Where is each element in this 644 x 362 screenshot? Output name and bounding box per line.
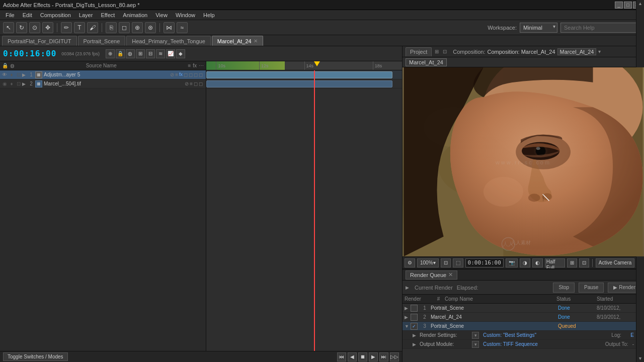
rq-item-3[interactable]: ▼ ✓ 3 Portrait_Scene Queued bbox=[403, 322, 644, 331]
flowchart-icon[interactable]: ⊞ bbox=[435, 49, 439, 54]
collapse-btn[interactable]: ⊞ bbox=[136, 49, 145, 58]
output-to-value[interactable]: - bbox=[632, 341, 634, 347]
stop-btn[interactable]: Stop bbox=[553, 283, 575, 293]
rq-log-value[interactable]: E bbox=[630, 332, 634, 338]
layer-switches-icon[interactable]: ≡ bbox=[188, 63, 191, 68]
layer-fx-icon[interactable]: fx bbox=[193, 63, 197, 68]
show-channel-btn[interactable]: ◑ bbox=[520, 258, 530, 267]
add-marker-btn[interactable]: ◆ bbox=[176, 49, 185, 58]
pause-btn[interactable]: Pause bbox=[579, 283, 604, 293]
layer-2-eye[interactable]: ◉ bbox=[1, 80, 8, 87]
rq-item-3-expand[interactable]: ▼ bbox=[405, 324, 410, 329]
motion-tool[interactable]: ≈ bbox=[177, 22, 188, 33]
rs-select-icon[interactable]: ▾ bbox=[472, 332, 479, 339]
motion-blur-btn[interactable]: ≋ bbox=[156, 49, 165, 58]
exposure-btn[interactable]: ◐ bbox=[532, 258, 543, 267]
stop-btn[interactable]: ⏹ bbox=[358, 352, 367, 361]
maximize-btn[interactable]: □ bbox=[624, 2, 632, 9]
layer-1-switch[interactable]: ⊘ bbox=[170, 72, 174, 77]
layer-2-more[interactable]: ◻ bbox=[194, 81, 198, 86]
minimize-btn[interactable]: _ bbox=[615, 2, 623, 9]
solo-btn[interactable]: ⊕ bbox=[106, 49, 115, 58]
view-mode-btn[interactable]: Active Camera bbox=[596, 258, 635, 267]
comp-settings-icon[interactable]: ▾ bbox=[598, 49, 601, 54]
render-queue-icon[interactable]: ⊡ bbox=[443, 49, 447, 54]
comp-viewer[interactable]: www.rr-sc.com 人人 人人素材 bbox=[403, 67, 644, 256]
layer-1-3d[interactable]: ◻ bbox=[189, 72, 193, 77]
tab-close-icon[interactable]: ✕ bbox=[254, 38, 258, 44]
puppet-tool[interactable]: ⊛ bbox=[145, 22, 156, 33]
selection-tool[interactable]: ↖ bbox=[3, 22, 14, 33]
rq-item-1-expand[interactable]: ▶ bbox=[405, 306, 410, 311]
rq-item-1[interactable]: ▶ 1 Portrait_Scene Done 8/10/2012, bbox=[403, 304, 644, 313]
quality-select[interactable]: Half Full Quarter bbox=[545, 258, 565, 267]
layer-1-more2[interactable]: ◻ bbox=[194, 72, 198, 77]
rotation-tool[interactable]: ↻ bbox=[16, 22, 27, 33]
lock-btn[interactable]: 🔒 bbox=[116, 49, 125, 58]
layer-1-fx[interactable]: fx bbox=[179, 72, 183, 77]
layer-1-lock[interactable]: ⊡ bbox=[15, 71, 22, 78]
layer-2-more2[interactable]: ◻ bbox=[199, 81, 203, 86]
menu-edit[interactable]: Edit bbox=[19, 11, 36, 19]
menu-animation[interactable]: Animation bbox=[119, 11, 151, 19]
menu-file[interactable]: File bbox=[2, 11, 18, 19]
layer-1-parent[interactable]: ≡ bbox=[175, 72, 178, 77]
snapshot-btn[interactable]: 📷 bbox=[506, 258, 518, 267]
layer-1-blend[interactable]: ◻ bbox=[184, 72, 188, 77]
skip-start-btn[interactable]: ⏮ bbox=[337, 352, 346, 361]
rq-settings-expand[interactable]: ▶ bbox=[413, 333, 418, 338]
pan-tool[interactable]: ✥ bbox=[42, 22, 53, 33]
rq-item-3-check[interactable]: ✓ bbox=[411, 323, 418, 330]
viewer-settings-btn[interactable]: ⚙ bbox=[405, 258, 415, 267]
resolution-btn[interactable]: ⊞ bbox=[567, 258, 577, 267]
output-module-value[interactable]: Custom: TIFF Sequence bbox=[483, 341, 538, 347]
workspace-dropdown-wrap[interactable]: Minimal Standard All Panels bbox=[520, 23, 557, 33]
menu-effect[interactable]: Effect bbox=[97, 11, 118, 19]
viewer-time[interactable]: 0:00:16:00 bbox=[465, 258, 504, 267]
layer-solo-icon[interactable]: ◍ bbox=[10, 63, 15, 68]
fast-preview-btn[interactable]: ⬚ bbox=[453, 258, 463, 267]
camera-tool[interactable]: ⊙ bbox=[29, 22, 40, 33]
shy-btn[interactable]: ◍ bbox=[126, 49, 135, 58]
tab-portrait-scene[interactable]: Portrait_Scene bbox=[78, 36, 126, 46]
layer-lock-icon[interactable]: 🔒 bbox=[2, 63, 8, 68]
play-back-btn[interactable]: ◀ bbox=[348, 352, 357, 361]
pixel-aspect-btn[interactable]: ⊡ bbox=[441, 258, 451, 267]
grid-btn[interactable]: ⊡ bbox=[579, 258, 589, 267]
skip-end-btn[interactable]: ⏭ bbox=[379, 352, 388, 361]
comp-name-tag[interactable]: Marcel_At_24 bbox=[406, 58, 447, 66]
layer-2-parent[interactable]: ≡ bbox=[190, 81, 193, 86]
graph-editor-btn[interactable]: 📈 bbox=[166, 49, 175, 58]
search-help-input[interactable] bbox=[560, 23, 641, 33]
time-display[interactable]: 0:00:16:00 bbox=[3, 49, 56, 58]
layer-2-audio[interactable]: ♦ bbox=[8, 80, 15, 87]
menu-help[interactable]: Help bbox=[200, 11, 218, 19]
layer-row-1[interactable]: 👁 ♦ ⊡ ▶ 1 ▦ Adjustm...ayer 5 ⊘ ≡ fx ◻ ◻ … bbox=[0, 70, 206, 79]
tab-portraitflat[interactable]: PortraitFlat_For_DIGITUT bbox=[2, 36, 77, 46]
track-clip-2[interactable] bbox=[206, 80, 392, 87]
layer-2-expand[interactable]: ▶ bbox=[22, 81, 27, 86]
rq-tab[interactable]: Render Queue ✕ bbox=[406, 270, 457, 280]
rq-item-2-check[interactable] bbox=[411, 314, 418, 321]
snap-tool[interactable]: ⋈ bbox=[164, 22, 175, 33]
frame-blend-btn[interactable]: ⊟ bbox=[146, 49, 155, 58]
layer-2-lock[interactable]: ⊡ bbox=[15, 80, 22, 87]
menu-window[interactable]: Window bbox=[172, 11, 199, 19]
brush-tool[interactable]: 🖌 bbox=[87, 22, 98, 33]
toggle-switches-btn[interactable]: Toggle Switches / Modes bbox=[3, 352, 68, 361]
om-select-icon[interactable]: ▾ bbox=[472, 341, 479, 348]
render-settings-value[interactable]: Custom: "Best Settings" bbox=[483, 332, 536, 338]
rq-item-2[interactable]: ▶ 2 Marcel_At_24 Done 8/10/2012, bbox=[403, 313, 644, 322]
layer-row-2[interactable]: ◉ ♦ ⊡ ▶ 2 ▦ Marcel_...504].tif ⊘ ≡ ◻ ◻ bbox=[0, 79, 206, 88]
track-clip-1[interactable] bbox=[206, 71, 392, 78]
rq-item-1-check[interactable] bbox=[411, 305, 418, 312]
menu-layer[interactable]: Layer bbox=[75, 11, 97, 19]
pen-tool[interactable]: ✏ bbox=[61, 22, 72, 33]
layer-1-eye[interactable]: 👁 bbox=[1, 71, 8, 78]
layer-more-icon[interactable]: ⋯ bbox=[199, 63, 204, 68]
current-render-expand[interactable]: ▶ bbox=[406, 285, 411, 290]
tab-marcel-at-24[interactable]: Marcel_At_24 ✕ bbox=[212, 36, 263, 46]
ram-preview-btn[interactable]: ▷▷ bbox=[390, 352, 399, 361]
roto-tool[interactable]: ⊕ bbox=[132, 22, 143, 33]
layer-1-expand[interactable]: ▶ bbox=[22, 72, 27, 77]
